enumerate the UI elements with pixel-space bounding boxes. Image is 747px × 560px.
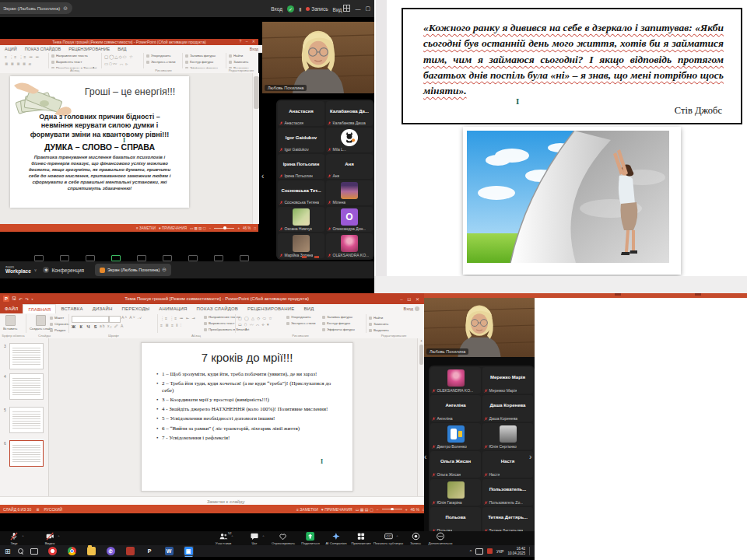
tab-рецензирование[interactable]: РЕЦЕНЗИРОВАНИЕ — [243, 304, 300, 313]
taskbar-app-mail[interactable] — [125, 546, 135, 556]
taskbar-app-zoom[interactable]: ▣ — [184, 546, 194, 556]
window-preview[interactable] — [188, 255, 198, 261]
zoom-slider[interactable] — [382, 509, 402, 509]
window-preview[interactable] — [111, 255, 121, 261]
zoom-slider[interactable] — [214, 228, 234, 229]
slide-thumbnail[interactable]: 3 — [9, 343, 44, 369]
text-direction-item[interactable]: Выровнять текст — [51, 59, 96, 65]
participant-tile[interactable]: Ірина ПотьолинІрина Потьолин — [278, 154, 324, 179]
participant-tile[interactable]: АнастасияАнастасия — [278, 101, 324, 126]
text-direction-item[interactable]: Преобразовать в SmartArt — [204, 327, 249, 333]
participant-tile[interactable]: OLEKSANDRA KO... — [430, 367, 481, 394]
shapes-gallery[interactable]: ▢◯△◇⬭ ☆▭⬯〰 ⌒ ▹ — [104, 54, 134, 68]
participant-tile[interactable]: АняАня — [326, 154, 373, 179]
toolbar-ai[interactable]: AI Companion — [325, 532, 346, 545]
participant-tile[interactable]: ПольоваПольова — [430, 507, 481, 534]
caret-icon[interactable]: ^ — [58, 534, 60, 538]
fit-slide-button[interactable]: □ — [254, 226, 256, 230]
taskbar-app-powerpoint[interactable]: P — [145, 546, 155, 556]
speaker-video[interactable]: Любовь Похилина — [424, 298, 535, 357]
gallery-prev-icon[interactable]: ‹ — [424, 453, 426, 461]
language-switcher[interactable]: УКР — [496, 549, 503, 554]
tab-3[interactable]: ВИД — [117, 47, 126, 51]
comments-toggle[interactable]: ♥ ПРИМЕЧАНИЯ — [321, 507, 352, 512]
zoom-level[interactable]: 46 % — [243, 226, 251, 230]
participant-tile[interactable]: Даша КореневаДаша Коренева — [482, 395, 533, 422]
shape-style-item[interactable]: Контур фигуры — [185, 59, 218, 65]
toolbar-more[interactable]: Дополнительно — [429, 532, 453, 545]
font-extra-icons[interactable]: ab x₂ 🖉 A — [100, 323, 124, 330]
slides-mini-item[interactable]: Макет — [50, 315, 69, 321]
participant-tile[interactable]: OОлександра Дон... — [326, 207, 373, 232]
close-tab-icon[interactable]: ⊖ — [162, 267, 167, 273]
undo-icon[interactable]: ↶ — [19, 296, 23, 302]
font-grow-shrink-icons[interactable]: A˄ A˅ 𝒜 — [121, 314, 142, 321]
clock[interactable]: 16:4210.04.2025 — [507, 547, 525, 555]
window-preview[interactable] — [60, 255, 69, 261]
tab-вид[interactable]: ВИД — [300, 304, 319, 313]
shared-ppt-window-controls[interactable]: ? – ✕ — [239, 39, 257, 44]
arrange-item[interactable]: Упорядочить — [286, 314, 315, 320]
shape-style-item[interactable]: Контур фигуры — [322, 320, 355, 327]
slide-motto[interactable]: ДУМКА – СЛОВО – СПРАВА — [10, 142, 189, 152]
toolbar-share[interactable]: Поделиться — [301, 532, 320, 545]
tab-0[interactable]: АЦИЙ — [5, 47, 17, 51]
tab-conference[interactable]: ✽ Конференция — [43, 267, 84, 273]
participant-tile[interactable]: Дмитро Воленко — [430, 423, 481, 450]
workplace-caret-icon[interactable]: ∨ — [34, 268, 37, 272]
participant-tile[interactable]: Калабанова Да...Калабанова Даша — [326, 101, 373, 126]
caret-icon[interactable]: ^ — [263, 534, 265, 538]
participant-tile[interactable]: Пользователь...Пользователь Zo... — [482, 479, 533, 506]
minimize-share-icon[interactable]: ⊖ — [63, 5, 68, 12]
slide-bullet[interactable]: 4 - Знайдіть джерело НАТХНЕННЯ (коло 100… — [156, 406, 342, 413]
maximize-button[interactable]: ▢ — [365, 5, 370, 12]
start-button[interactable]: ⊞ — [5, 548, 11, 555]
slide-thumbnail[interactable]: 4 — [9, 373, 44, 400]
tab-переходы[interactable]: ПЕРЕХОДЫ — [117, 304, 155, 313]
zoom-workplace-logo[interactable]: zoom Workplace — [0, 266, 34, 275]
task-view-icon[interactable] — [30, 548, 38, 555]
view-buttons[interactable]: ▭ ▦ ▤ ▢ — [356, 507, 374, 512]
tab-screen-share[interactable]: Экран (Любовь Похилина) ⊖ — [95, 264, 171, 276]
participant-tile[interactable]: Mila L... — [326, 128, 373, 152]
view-buttons[interactable]: ▭ ▦ ▤ ▢ — [190, 226, 206, 230]
zoom-out-button[interactable]: − — [209, 226, 212, 230]
tab-дизайн[interactable]: ДИЗАЙН — [88, 304, 117, 313]
save-icon[interactable]: 🖫 — [12, 296, 16, 301]
arrange-item[interactable]: Экспресс-стили — [286, 320, 315, 327]
editing-item[interactable]: Найти — [369, 315, 389, 321]
notes-toggle[interactable]: ≡ ЗАМЕТКИ — [136, 226, 156, 230]
zoom-in-button[interactable]: + — [237, 226, 240, 230]
participant-tile[interactable]: НастяНастя — [482, 451, 533, 478]
toolbar-participants[interactable]: 52^Участники — [216, 532, 232, 545]
participant-tile[interactable]: Тетяна Дегтярь...Тетяна Дегтярьова — [482, 507, 533, 534]
toolbar-apps[interactable]: Приложения — [351, 532, 370, 545]
tab-1[interactable]: ПОКАЗ СЛАЙДОВ — [25, 47, 61, 51]
quote-text-box[interactable]: «Кожного ранку я дивився на себе в дзерк… — [402, 8, 742, 124]
editing-item[interactable]: Найти — [229, 53, 249, 59]
redo-icon[interactable]: ↷ — [25, 296, 29, 302]
window-preview[interactable] — [240, 255, 249, 261]
tab-анимация[interactable]: АНИМАЦИЯ — [154, 304, 191, 313]
participant-tile[interactable]: АнгелінаАнгеліна — [430, 395, 481, 422]
slide-bullet[interactable]: 1 – Щоб зрозуміти, куди йти, треба побач… — [156, 371, 342, 378]
participant-tile[interactable]: Igor GaidukovIgor Gaidukov — [278, 128, 324, 152]
comments-toggle[interactable]: ♥ ПРИМЕЧАНИЯ — [159, 226, 187, 230]
toolbar-record[interactable]: Запись — [410, 532, 421, 545]
toolbar-chat[interactable]: ^Чат — [251, 532, 259, 545]
slide-note[interactable]: Практика тренування мислення багатьох пс… — [26, 154, 174, 192]
text-direction-item[interactable]: Направление текста — [51, 53, 96, 59]
slide-bullet[interactable]: 2 – Треба йти туди, куди хочеться! (а не… — [156, 380, 342, 394]
minimize-button[interactable]: — — [355, 6, 360, 12]
participant-tile[interactable]: Юлія Сергієнко — [482, 423, 533, 450]
slide-title[interactable]: Гроші – це енергія!!! — [72, 86, 188, 97]
participant-tile[interactable]: Сосновська Тет...Сосновська Тетяна — [278, 180, 324, 205]
paragraph-icons[interactable]: ≡ ⋮≡ ⋮≡ ≔ ≕≣ ≣ ≣ ≣ ≋ — [5, 54, 40, 67]
window-preview[interactable] — [214, 255, 223, 261]
slide-bullet[interactable]: 7 - Усвідомлення і рефлексія! — [156, 435, 342, 442]
window-preview[interactable] — [163, 255, 172, 261]
slide-bullets[interactable]: 1 – Щоб зрозуміти, куди йти, треба побач… — [156, 371, 342, 444]
tab-file[interactable]: ФАЙЛ — [0, 304, 23, 313]
shared-ppt-scrollbar[interactable] — [252, 73, 259, 224]
slide-bullet[interactable]: 3 – Координати мрії у просторі (вимірніс… — [156, 397, 342, 404]
